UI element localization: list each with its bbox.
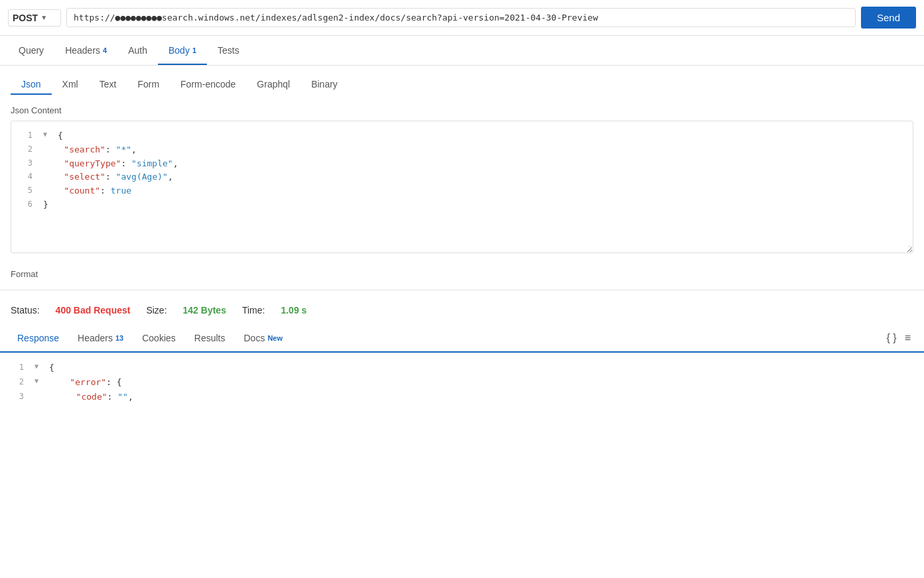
top-tabs: Query Headers 4 Auth Body 1 Tests [0,36,924,66]
response-code[interactable]: 1 ▼ { 2 ▼ "error": { 3 "code": "", [0,353,924,412]
resp-content-2: "error": { [49,375,913,390]
tab-auth[interactable]: Auth [117,36,158,65]
response-line-3: 3 "code": "", [11,390,913,404]
status-value: 400 Bad Request [56,305,131,316]
method-label: POST [13,13,38,23]
response-tab-docs[interactable]: Docs New [235,325,293,351]
response-headers-badge: 13 [115,334,123,342]
code-line-1: 1 ▼ { [19,129,905,143]
line-content-6: } [43,198,905,212]
status-label: Status: [11,305,40,316]
size-label: Size: [146,305,166,316]
docs-new-badge: New [267,334,283,342]
line-num-3: 3 [19,157,33,170]
resp-content-1: { [49,361,913,375]
json-editor[interactable]: 1 ▼ { 2 "search": "*", 3 "queryType": "s… [11,121,913,253]
format-link[interactable]: Format [0,264,48,284]
url-input[interactable] [66,8,856,27]
response-tab-response[interactable]: Response [8,325,68,351]
tab-body[interactable]: Body 1 [158,36,207,65]
tab-query[interactable]: Query [8,36,54,65]
line-toggle-1[interactable]: ▼ [43,129,47,140]
time-value: 1.09 s [281,305,306,316]
body-tab-form-encode[interactable]: Form-encode [170,74,246,95]
resp-line-num-2: 2 [11,375,24,388]
code-line-4: 4 "select": "avg(Age)", [19,170,905,184]
line-num-4: 4 [19,170,33,183]
size-value: 142 Bytes [183,305,226,316]
line-content-3: "queryType": "simple", [43,157,905,171]
line-num-6: 6 [19,198,33,211]
method-select[interactable]: POST ▼ [8,9,61,27]
tab-tests[interactable]: Tests [207,36,250,65]
body-tab-binary[interactable]: Binary [300,74,348,95]
resp-content-3: "code": "", [34,390,913,404]
code-line-5: 5 "count": true [19,184,905,198]
line-content-4: "select": "avg(Age)", [43,170,905,184]
code-line-2: 2 "search": "*", [19,143,905,157]
body-badge: 1 [192,46,196,54]
resp-line-num-3: 3 [11,390,24,403]
body-tab-graphql[interactable]: Graphql [246,74,300,95]
body-tab-xml[interactable]: Xml [52,74,89,95]
line-num-2: 2 [19,143,33,156]
response-tab-cookies[interactable]: Cookies [133,325,185,351]
time-label: Time: [242,305,265,316]
body-tabs: Json Xml Text Form Form-encode Graphql B… [0,66,924,95]
response-tab-results[interactable]: Results [185,325,235,351]
response-section: Status: 400 Bad Request Size: 142 Bytes … [0,296,924,412]
resp-toggle-1[interactable]: ▼ [34,361,38,372]
code-line-3: 3 "queryType": "simple", [19,157,905,171]
response-tab-headers[interactable]: Headers 13 [68,325,133,351]
body-tab-form[interactable]: Form [127,74,170,95]
menu-button[interactable]: ≡ [905,332,911,344]
resp-line-num-1: 1 [11,361,24,374]
json-format-button[interactable]: { } [887,332,897,344]
body-tab-text[interactable]: Text [89,74,127,95]
code-line-6: 6 } [19,198,905,212]
body-tab-json[interactable]: Json [11,74,52,95]
response-tools: { } ≡ [887,332,916,344]
resp-toggle-2[interactable]: ▼ [34,375,38,386]
status-bar: Status: 400 Bad Request Size: 142 Bytes … [0,296,924,325]
line-content-5: "count": true [43,184,905,198]
section-divider [0,290,924,290]
line-content-2: "search": "*", [43,143,905,157]
json-content-label: Json Content [11,105,913,115]
line-num-5: 5 [19,184,33,197]
request-section: Json Content 1 ▼ { 2 "search": "*", 3 "q… [0,95,924,264]
tab-headers[interactable]: Headers 4 [54,36,117,65]
method-chevron-icon: ▼ [40,14,47,21]
url-bar: POST ▼ Send [0,0,924,36]
resize-handle[interactable]: ⬦ [907,241,911,251]
line-num-1: 1 [19,129,33,142]
response-line-2: 2 ▼ "error": { [11,375,913,390]
response-tabs: Response Headers 13 Cookies Results Docs… [0,325,924,353]
response-line-1: 1 ▼ { [11,361,913,375]
line-content-1: { [58,129,905,143]
headers-badge: 4 [103,46,107,54]
send-button[interactable]: Send [861,7,916,29]
